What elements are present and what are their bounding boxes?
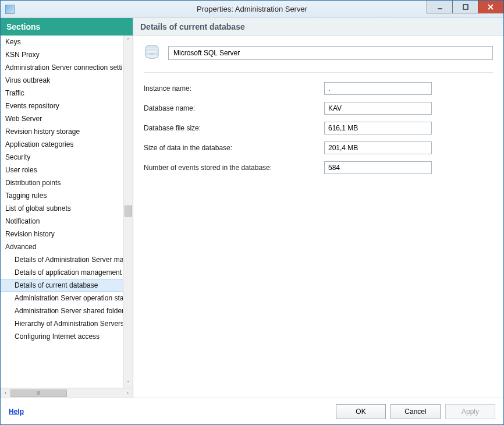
database-type-field: Microsoft SQL Server bbox=[168, 46, 493, 60]
data-size-row: Size of data in the database: 201,4 MB bbox=[144, 141, 493, 154]
instance-name-label: Instance name: bbox=[144, 84, 324, 93]
database-name-value: KAV bbox=[324, 102, 432, 115]
section-item[interactable]: Virus outbreak bbox=[1, 74, 123, 87]
section-item[interactable]: Advanced bbox=[1, 240, 123, 253]
scroll-up-arrow-icon[interactable]: ˄ bbox=[123, 36, 133, 45]
events-count-label: Number of events stored in the database: bbox=[144, 164, 324, 172]
file-size-label: Database file size: bbox=[144, 124, 324, 132]
events-count-value: 584 bbox=[324, 161, 432, 174]
section-item[interactable]: Details of Administration Server manage bbox=[1, 253, 123, 266]
section-item[interactable]: KSN Proxy bbox=[1, 48, 123, 61]
scroll-left-arrow-icon[interactable]: ‹ bbox=[1, 388, 10, 398]
content-header: Details of current database bbox=[133, 18, 503, 36]
database-name-label: Database name: bbox=[144, 104, 324, 112]
section-item[interactable]: Revision history bbox=[1, 228, 123, 240]
help-link[interactable]: Help bbox=[9, 408, 24, 416]
close-button[interactable] bbox=[478, 1, 503, 13]
section-item[interactable]: Administration Server shared folder bbox=[1, 304, 123, 317]
instance-name-row: Instance name: . bbox=[144, 82, 493, 95]
section-item[interactable]: Traffic bbox=[1, 87, 123, 100]
section-item[interactable]: Details of current database bbox=[1, 279, 123, 292]
section-item[interactable]: Details of application management plug bbox=[1, 266, 123, 279]
sections-tree[interactable]: KeysKSN ProxyAdministration Server conne… bbox=[1, 36, 123, 388]
properties-window: Properties: Administration Server Sectio… bbox=[0, 0, 504, 425]
file-size-row: Database file size: 616,1 MB bbox=[144, 122, 493, 134]
section-item[interactable]: Web Server bbox=[1, 112, 123, 125]
body-area: Sections KeysKSN ProxyAdministration Ser… bbox=[1, 18, 503, 398]
apply-button: Apply bbox=[445, 404, 495, 419]
maximize-button[interactable] bbox=[452, 1, 478, 13]
instance-name-value: . bbox=[324, 82, 432, 95]
h-scroll-track[interactable]: Ⅲ bbox=[10, 388, 123, 398]
svg-rect-1 bbox=[463, 5, 468, 9]
section-item[interactable]: Events repository bbox=[1, 100, 123, 112]
section-item[interactable]: Keys bbox=[1, 36, 123, 48]
vertical-scrollbar[interactable]: ˄ ˅ bbox=[123, 36, 133, 388]
section-item[interactable]: Revision history storage bbox=[1, 125, 123, 138]
app-icon bbox=[5, 5, 15, 14]
sections-sidebar: Sections KeysKSN ProxyAdministration Ser… bbox=[1, 18, 133, 398]
scroll-down-arrow-icon[interactable]: ˅ bbox=[123, 378, 133, 388]
database-type-row: Microsoft SQL Server bbox=[144, 44, 493, 62]
section-item[interactable]: Administration Server connection setting… bbox=[1, 61, 123, 74]
data-size-label: Size of data in the database: bbox=[144, 144, 324, 152]
h-scroll-grip-icon: Ⅲ bbox=[37, 391, 41, 396]
data-size-value: 201,4 MB bbox=[324, 141, 432, 154]
section-item[interactable]: Distribution points bbox=[1, 176, 123, 189]
window-controls bbox=[427, 1, 503, 13]
scroll-track[interactable] bbox=[123, 45, 133, 378]
section-item[interactable]: List of global subnets bbox=[1, 202, 123, 215]
section-item[interactable]: Notification bbox=[1, 215, 123, 228]
section-item[interactable]: Configuring Internet access bbox=[1, 330, 123, 343]
footer: Help OK Cancel Apply bbox=[1, 398, 503, 424]
scroll-right-arrow-icon[interactable]: › bbox=[123, 388, 133, 398]
section-item[interactable]: Hierarchy of Administration Servers bbox=[1, 317, 123, 330]
sections-tree-wrap: KeysKSN ProxyAdministration Server conne… bbox=[1, 36, 133, 388]
content-body: Microsoft SQL Server Instance name: . Da… bbox=[133, 36, 503, 398]
file-size-value: 616,1 MB bbox=[324, 122, 432, 134]
section-item[interactable]: User roles bbox=[1, 164, 123, 176]
section-item[interactable]: Administration Server operation statisti bbox=[1, 292, 123, 304]
horizontal-scrollbar[interactable]: ‹ Ⅲ › bbox=[1, 388, 133, 398]
scroll-thumb[interactable] bbox=[125, 206, 132, 217]
h-scroll-thumb[interactable]: Ⅲ bbox=[10, 389, 67, 397]
content-panel: Details of current database Microsoft SQ… bbox=[133, 18, 503, 398]
database-name-row: Database name: KAV bbox=[144, 102, 493, 115]
titlebar[interactable]: Properties: Administration Server bbox=[1, 1, 503, 18]
section-item[interactable]: Security bbox=[1, 151, 123, 164]
ok-button[interactable]: OK bbox=[336, 404, 386, 419]
section-item[interactable]: Application categories bbox=[1, 138, 123, 151]
events-count-row: Number of events stored in the database:… bbox=[144, 161, 493, 174]
divider bbox=[144, 72, 493, 73]
cancel-button[interactable]: Cancel bbox=[391, 404, 441, 419]
database-icon bbox=[144, 44, 161, 62]
section-item[interactable]: Tagging rules bbox=[1, 189, 123, 202]
minimize-button[interactable] bbox=[427, 1, 452, 13]
sections-header: Sections bbox=[1, 18, 133, 36]
